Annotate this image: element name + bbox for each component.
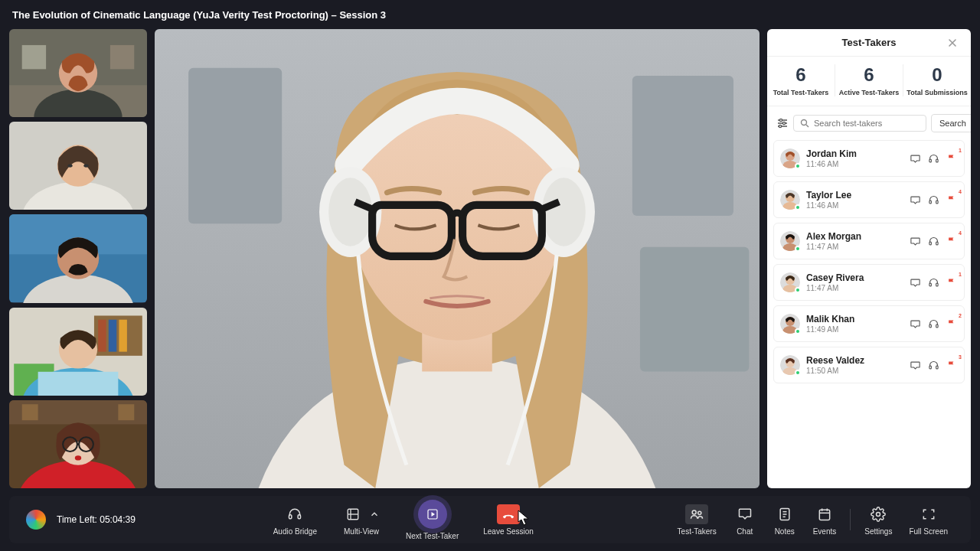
next-test-taker-button[interactable]: Next Test-Taker [400,497,465,543]
test-taker-row[interactable]: Casey Rivera 11:47 AM 1 [773,264,965,301]
test-takers-button[interactable]: Test-Takers [671,501,723,539]
test-taker-row[interactable]: Malik Khan 11:49 AM 2 [773,305,965,342]
flag-icon[interactable]: 2 [946,318,958,330]
test-taker-name: Malik Khan [806,314,903,324]
svg-rect-26 [22,404,38,420]
headset-icon[interactable] [927,276,939,289]
people-icon [685,504,708,524]
chat-icon[interactable] [909,194,921,206]
svg-rect-18 [109,319,116,351]
svg-rect-22 [38,371,119,395]
leave-session-button[interactable]: Leave Session [477,501,540,539]
chat-button[interactable]: Chat [727,501,763,539]
headset-icon[interactable] [927,359,939,371]
test-taker-time: 11:47 AM [806,243,903,251]
test-taker-time: 11:49 AM [806,325,903,334]
search-button[interactable]: Search [931,114,971,132]
flag-icon[interactable]: 3 [946,359,958,371]
test-taker-time: 11:50 AM [806,367,903,375]
chat-icon[interactable] [909,359,921,371]
test-taker-row[interactable]: Reese Valdez 11:50 AM 3 [773,347,965,383]
svg-point-91 [692,510,696,514]
test-taker-row[interactable]: Taylor Lee 11:46 AM 4 [773,181,965,218]
test-taker-name: Reese Valdez [806,355,903,366]
test-taker-time: 11:46 AM [806,160,903,168]
svg-rect-67 [929,242,931,245]
svg-rect-36 [632,76,733,216]
notes-button[interactable]: Notes [767,501,802,539]
notes-icon [773,504,796,524]
thumbnail-3[interactable] [9,214,147,302]
thumbnail-2[interactable] [9,122,147,210]
svg-rect-85 [298,514,300,518]
flag-icon[interactable]: 1 [946,152,958,165]
svg-point-101 [877,512,880,516]
svg-rect-3 [22,45,46,69]
headset-icon[interactable] [927,318,939,330]
search-icon [800,119,809,128]
svg-rect-77 [929,324,931,328]
flag-icon[interactable]: 1 [946,276,958,289]
main-video[interactable] [155,29,760,488]
headset-icon[interactable] [927,235,939,247]
svg-point-41 [328,178,372,246]
search-input[interactable] [814,119,920,128]
test-taker-time: 11:46 AM [806,201,903,210]
headset-icon[interactable] [927,194,939,206]
svg-rect-97 [819,510,829,520]
svg-point-43 [542,178,586,246]
next-icon [418,500,447,529]
test-taker-name: Alex Morgan [806,231,903,242]
svg-rect-68 [936,242,938,245]
svg-point-10 [83,165,88,168]
time-left: Time Left: 05:04:39 [57,514,136,525]
gear-icon [867,504,890,524]
svg-rect-37 [640,247,749,372]
stat-total: 6 Total Test-Takers [767,64,835,96]
chat-icon[interactable] [909,276,921,289]
svg-point-52 [802,120,807,126]
settings-button[interactable]: Settings [858,501,898,539]
fullscreen-icon [917,504,940,524]
svg-rect-27 [118,404,134,420]
flag-icon[interactable]: 4 [946,194,958,206]
thumbnail-4[interactable] [9,308,147,396]
thumbnail-5[interactable] [9,400,147,488]
headset-icon[interactable] [927,152,939,165]
test-taker-row[interactable]: Jordan Kim 11:46 AM 1 [773,140,965,177]
avatar [780,190,800,210]
svg-rect-82 [929,366,931,369]
test-taker-name: Jordan Kim [806,148,903,159]
session-title: The Evolution of Cinematic Language (YuJ… [12,9,386,21]
flag-icon[interactable]: 4 [946,235,958,247]
stat-active: 6 Active Test-Takers [835,64,903,96]
calendar-icon [813,504,836,524]
svg-rect-84 [289,514,292,518]
svg-rect-72 [929,283,931,286]
chat-icon[interactable] [909,235,921,247]
panel-title: Test-Takers [790,37,948,48]
chevron-up-icon[interactable] [368,504,381,524]
svg-rect-73 [936,283,938,286]
test-takers-panel: Test-Takers 6 Total Test-Takers 6 Active… [767,29,971,488]
test-taker-name: Casey Rivera [806,272,903,283]
multi-view-button[interactable]: Multi-View [335,501,387,539]
close-icon[interactable] [948,38,960,47]
avatar [780,148,800,168]
full-screen-button[interactable]: Full Screen [903,501,954,539]
chat-icon[interactable] [909,318,921,330]
filter-icon[interactable] [776,116,789,130]
svg-point-51 [779,125,781,127]
events-button[interactable]: Events [807,501,843,539]
audio-bridge-button[interactable]: Audio Bridge [267,501,323,539]
svg-point-49 [782,122,785,124]
svg-rect-57 [929,159,931,162]
chat-icon[interactable] [909,152,921,165]
test-taker-row[interactable]: Alex Morgan 11:47 AM 4 [773,223,965,259]
thumbnail-1[interactable] [9,29,147,117]
hangup-icon [497,504,520,524]
svg-point-47 [779,119,782,121]
svg-rect-17 [98,319,106,351]
brand-logo [26,510,46,530]
test-taker-name: Taylor Lee [806,190,903,201]
